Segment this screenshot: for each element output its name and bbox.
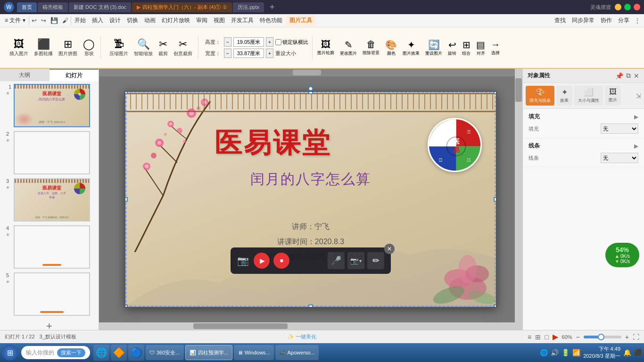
slide-canvas[interactable]: 医易课堂 医 易 ☰ ☷ ☵ ☲ <box>124 91 497 308</box>
taskbar-notification-icon[interactable]: 🔔 <box>623 349 631 356</box>
menu-collab[interactable]: 协作 <box>598 15 615 26</box>
menu-developer[interactable]: 开发工具 <box>228 15 256 26</box>
group-button[interactable]: ⊞ 组合 <box>460 38 472 58</box>
panel-expand-icon[interactable]: ⇲ <box>636 92 641 99</box>
taskbar-show-desktop-icon[interactable]: ⬛ <box>634 349 642 356</box>
zoom-slider-thumb[interactable] <box>598 334 604 340</box>
rotation-handle[interactable] <box>308 86 313 91</box>
zoom-slider[interactable] <box>584 336 621 338</box>
remove-bg-button[interactable]: 🗑 抠除背景 <box>361 38 381 57</box>
taskbar-icon-3[interactable]: 🔵 <box>128 345 144 361</box>
properties-close-icon[interactable]: ✕ <box>634 72 639 80</box>
close-button[interactable] <box>634 4 640 10</box>
color-button[interactable]: 🎨 颜色 <box>383 38 399 58</box>
taskbar-sound-icon[interactable]: 🔊 <box>551 349 559 356</box>
slide-thumb-5[interactable] <box>14 272 90 316</box>
start-button[interactable]: ⊞ <box>2 345 18 361</box>
maximize-button[interactable] <box>624 4 631 10</box>
slide-thumb-2[interactable] <box>14 131 90 174</box>
reset-picture-button[interactable]: 🔄 重设图片 <box>423 38 444 58</box>
taskbar-windows-button[interactable]: 🖥 Windows... <box>234 345 274 360</box>
align-button[interactable]: ▤ 对齐 <box>474 38 487 58</box>
slide-thumb-4[interactable] <box>14 225 90 269</box>
new-tab-button[interactable]: + <box>265 1 280 14</box>
reset-size-label[interactable]: 重设大小 <box>275 50 296 57</box>
taskbar-signal-icon[interactable]: 📶 <box>572 349 580 356</box>
slide-item-1[interactable]: 1 ★ 医易课堂 闰月的八字怎么算 易 讲师：宁飞 2020.8.3 <box>3 84 96 127</box>
menu-slideshow[interactable]: 幻灯片放映 <box>159 15 193 26</box>
menu-share[interactable]: 分享 <box>615 15 632 26</box>
multi-image-button[interactable]: ⬛ 多图轮播 <box>32 37 55 58</box>
fullscreen-icon[interactable]: ⛶ <box>633 333 639 341</box>
tab-template[interactable]: 稿壳模板 <box>38 2 68 12</box>
menu-file[interactable]: ≡ 文件 ▾ <box>2 15 28 26</box>
handle-tr[interactable] <box>494 91 497 94</box>
format-painter-icon[interactable]: 🖌 <box>60 16 70 25</box>
handle-br[interactable] <box>494 304 497 308</box>
taskbar-network-icon[interactable]: 🌐 <box>540 349 548 356</box>
menu-transition[interactable]: 切换 <box>124 15 141 26</box>
width-increase-button[interactable]: + <box>266 49 273 58</box>
minimize-button[interactable] <box>615 4 621 10</box>
view-present-icon[interactable]: ▶ <box>553 332 558 341</box>
rotate-button[interactable]: ↩ 旋转 <box>446 38 458 58</box>
video-play-button[interactable]: ▶ <box>254 253 270 269</box>
handle-bl[interactable] <box>124 304 128 308</box>
shape-button[interactable]: ◯ 形状 <box>81 37 97 58</box>
canvas-vscroll[interactable] <box>515 69 522 330</box>
canvas-hscroll-top[interactable] <box>99 69 515 76</box>
fill-stroke-tab[interactable]: 🎨 填充与线条 <box>526 86 554 106</box>
change-picture-button[interactable]: ✎ 更改图片 <box>338 38 359 58</box>
height-increase-button[interactable]: + <box>266 37 273 47</box>
insert-image-button[interactable]: 🖼 插入图片 <box>8 37 30 58</box>
tab-active-ppt[interactable]: ▶ 四柱预测学入门（六）- 副本 (4)① ① <box>132 2 232 12</box>
picture-tab[interactable]: 🖼 图片 <box>605 86 621 106</box>
slide-item-2[interactable]: 2 ★ <box>3 131 96 174</box>
canvas-hscroll[interactable] <box>99 322 515 330</box>
taskbar-icon-1[interactable]: 🌐 <box>93 345 109 361</box>
view-grid-icon[interactable]: ⊞ <box>535 333 541 341</box>
menu-find[interactable]: 查找 <box>552 15 569 26</box>
menu-animation[interactable]: 动画 <box>141 15 158 26</box>
add-slide-button[interactable]: + <box>3 320 96 330</box>
slide-thumb-1[interactable]: 医易课堂 闰月的八字怎么算 易 讲师：宁飞 2020.8.3 <box>14 84 90 127</box>
slide-item-4[interactable]: 4 ★ <box>3 225 96 269</box>
fill-section-header[interactable]: 填充 ▶ <box>528 113 638 121</box>
handle-mr[interactable] <box>494 197 497 202</box>
width-decrease-button[interactable]: − <box>224 49 231 58</box>
handle-bm[interactable] <box>308 304 313 308</box>
video-mic-button[interactable]: 🎤 <box>328 252 345 269</box>
taskbar-apower-button[interactable]: 📹 Apowerso... <box>275 345 319 360</box>
size-props-tab[interactable]: ⬜ 大小与属性 <box>574 86 603 106</box>
tab-history[interactable]: 历法.pptx <box>233 2 264 12</box>
taskbar-clock[interactable]: 下午 4:49 2020/8/3 星期一 <box>583 346 620 360</box>
handle-tm[interactable] <box>308 91 313 94</box>
menu-more[interactable]: ⋮ <box>633 16 642 25</box>
creative-crop-button[interactable]: ✂ 创意裁剪 <box>172 37 194 58</box>
slide-thumb-3[interactable]: 医易课堂 生辰八字、运势、八字学课 讲师：宁飞 讲课时间：2020.8.3 <box>14 178 90 222</box>
redo-icon[interactable]: ↪ <box>39 16 48 25</box>
width-input[interactable] <box>233 49 264 58</box>
menu-insert[interactable]: 插入 <box>89 15 106 26</box>
lock-ratio-label[interactable]: 锁定纵横比 <box>275 39 308 46</box>
slides-tab[interactable]: 幻灯片 <box>50 69 99 81</box>
tab-home[interactable]: 首页 <box>17 2 37 12</box>
undo-icon[interactable]: ↩ <box>30 16 39 25</box>
search-button[interactable]: 搜索一下 <box>57 348 85 357</box>
crop-button[interactable]: ✂ 裁剪 <box>157 37 170 58</box>
taskbar-battery-icon[interactable]: 🔋 <box>561 349 570 356</box>
video-close-button[interactable]: ✕ <box>384 244 395 254</box>
height-decrease-button[interactable]: − <box>224 37 231 47</box>
picture-outline-button[interactable]: 🖼 图片轮廓 <box>315 38 336 57</box>
search-bar[interactable]: 输入你搜的 搜索一下 <box>21 346 90 359</box>
menu-design[interactable]: 设计 <box>107 15 124 26</box>
menu-picture-tool[interactable]: 图片工具 <box>286 15 316 26</box>
slide-item-5[interactable]: 5 ★ <box>3 272 96 316</box>
picture-effects-button[interactable]: ✦ 图片效果 <box>401 38 421 58</box>
beautify-button[interactable]: ✨ 一键美化 <box>288 333 316 340</box>
menu-view[interactable]: 视图 <box>211 15 228 26</box>
properties-pin-icon[interactable]: 📌 <box>615 72 623 80</box>
save-icon[interactable]: 💾 <box>49 16 60 25</box>
fill-type-select[interactable]: 无 <box>601 123 638 134</box>
menu-review[interactable]: 审阅 <box>193 15 210 26</box>
